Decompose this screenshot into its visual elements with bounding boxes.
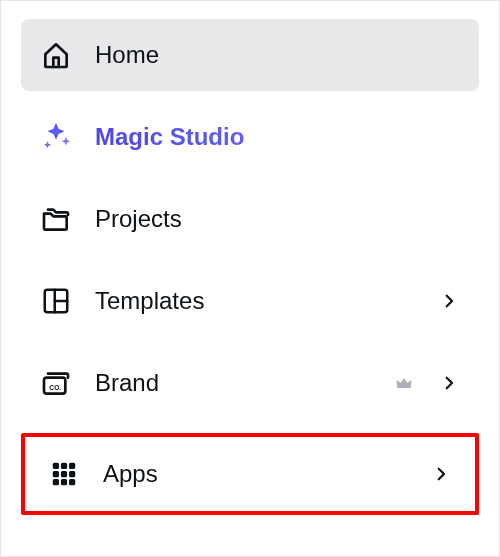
svg-rect-9 xyxy=(61,471,67,477)
svg-rect-6 xyxy=(61,463,67,469)
sidebar-item-label: Templates xyxy=(95,287,415,315)
chevron-right-icon xyxy=(437,371,461,395)
apps-grid-icon xyxy=(47,457,81,491)
brand-icon: CO. xyxy=(39,366,73,400)
highlight-annotation: Apps xyxy=(21,433,479,515)
sidebar-item-label: Projects xyxy=(95,205,461,233)
sparkle-icon xyxy=(39,120,73,154)
svg-rect-7 xyxy=(69,463,75,469)
templates-icon xyxy=(39,284,73,318)
svg-text:CO.: CO. xyxy=(49,384,61,391)
svg-rect-5 xyxy=(53,463,59,469)
svg-rect-8 xyxy=(53,471,59,477)
sidebar-item-brand[interactable]: CO. Brand xyxy=(21,347,479,419)
sidebar-nav: Home Magic Studio Projects xyxy=(21,19,479,515)
svg-rect-10 xyxy=(69,471,75,477)
folders-icon xyxy=(39,202,73,236)
sidebar-item-label: Home xyxy=(95,41,461,69)
sidebar-item-templates[interactable]: Templates xyxy=(21,265,479,337)
sidebar-item-apps[interactable]: Apps xyxy=(29,439,471,509)
svg-rect-13 xyxy=(69,479,75,485)
sidebar-item-magic-studio[interactable]: Magic Studio xyxy=(21,101,479,173)
chevron-right-icon xyxy=(437,289,461,313)
sidebar-item-label: Apps xyxy=(103,460,407,488)
svg-rect-12 xyxy=(61,479,67,485)
home-icon xyxy=(39,38,73,72)
chevron-right-icon xyxy=(429,462,453,486)
sidebar-item-label: Magic Studio xyxy=(95,123,461,151)
sidebar-item-label: Brand xyxy=(95,369,377,397)
sidebar-item-projects[interactable]: Projects xyxy=(21,183,479,255)
sidebar-item-home[interactable]: Home xyxy=(21,19,479,91)
crown-icon xyxy=(393,372,415,394)
svg-rect-11 xyxy=(53,479,59,485)
